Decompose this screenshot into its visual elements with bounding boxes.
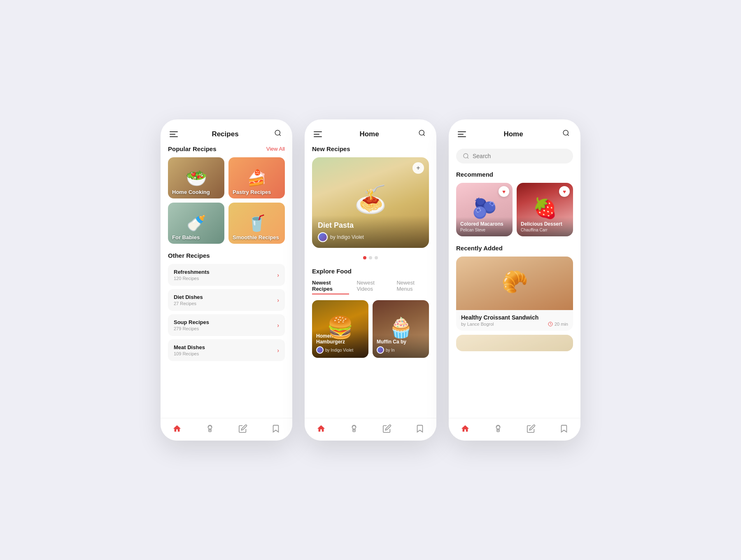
other-recipes-title: Other Recipes	[168, 252, 285, 259]
search-input[interactable]	[473, 153, 566, 159]
search-icon-btn-phone3[interactable]	[561, 128, 571, 140]
list-item-count-meat: 109 Recipes	[174, 351, 205, 356]
phone-3-home: Home Recommend ♥	[449, 119, 580, 441]
croissant-image	[456, 257, 573, 310]
phone1-title: Recipes	[212, 130, 238, 138]
list-item-name-refreshments: Refreshments	[174, 269, 210, 275]
view-all-button[interactable]: View All	[266, 146, 285, 152]
explore-card-muffin[interactable]: Muffin Ca by by In	[373, 300, 429, 358]
menu-icon-phone2[interactable]	[314, 131, 322, 137]
nav-chef-phone2[interactable]	[350, 424, 359, 433]
dessert-author: Chauffina Carr	[521, 228, 569, 232]
list-item-diet[interactable]: Diet Dishes 27 Recipes ›	[168, 289, 285, 311]
muffin-author: by In	[377, 346, 425, 354]
dessert-overlay: Delicious Dessert Chauffina Carr	[517, 217, 573, 236]
phone1-content: Popular Recipes View All Home Cooking Pa…	[161, 145, 292, 418]
explore-grid: Homemade Hamburgerz by Indigo Violet Muf…	[312, 300, 429, 358]
nav-bookmark-phone3[interactable]	[559, 424, 569, 433]
featured-overlay: Diet Pasta by Indigo Violet	[312, 215, 429, 248]
recipe-card-babies[interactable]: For Babies	[168, 203, 224, 244]
tab-newest-recipes[interactable]: Newest Recipes	[312, 280, 349, 294]
recommend-row: ♥ Colored Macarons Pelican Steve ♥ Delic…	[456, 183, 573, 236]
recommend-card-macaron[interactable]: ♥ Colored Macarons Pelican Steve	[456, 183, 513, 236]
explore-card-burger[interactable]: Homemade Hamburgerz by Indigo Violet	[312, 300, 368, 358]
new-recipes-title: New Recipes	[312, 145, 350, 152]
phone1-bottom-nav	[161, 418, 292, 441]
recipe-card-label-smoothie: Smoothie Recipes	[233, 234, 279, 240]
recently-card-second[interactable]	[456, 335, 573, 351]
add-featured-button[interactable]: +	[412, 162, 424, 174]
popular-title: Popular Recipes	[168, 145, 217, 152]
recommend-card-dessert[interactable]: ♥ Delicious Dessert Chauffina Carr	[517, 183, 573, 236]
popular-grid: Home Cooking Pastry Recipes For Babies S…	[168, 157, 285, 244]
popular-section-header: Popular Recipes View All	[168, 145, 285, 152]
phone3-bottom-nav	[449, 418, 580, 441]
phone3-content: Recommend ♥ Colored Macarons Pelican Ste…	[449, 145, 580, 418]
croissant-body: Healthy Croissant Sandwich by Lance Bogr…	[456, 310, 573, 331]
chevron-icon-meat: ›	[277, 347, 279, 354]
menu-icon-phone3[interactable]	[458, 131, 466, 137]
nav-home-phone3[interactable]	[461, 424, 470, 433]
list-item-name-soup: Soup Recipes	[174, 319, 209, 325]
nav-home-phone2[interactable]	[317, 424, 326, 433]
nav-bookmark-phone1[interactable]	[271, 424, 280, 433]
new-recipes-header: New Recipes	[312, 145, 429, 152]
nav-edit-phone3[interactable]	[527, 424, 536, 433]
list-item-name-meat: Meat Dishes	[174, 344, 205, 350]
phone-2-home: Home New Recipes + Diet Pasta by Indi	[305, 119, 436, 441]
phone3-header: Home	[449, 119, 580, 145]
recipe-card-smoothie[interactable]: Smoothie Recipes	[228, 203, 285, 244]
carousel-dots	[312, 256, 429, 259]
list-item-count-soup: 279 Recipes	[174, 326, 209, 331]
muffin-avatar	[377, 346, 384, 354]
list-item-soup[interactable]: Soup Recipes 279 Recipes ›	[168, 314, 285, 336]
search-icon-btn[interactable]	[273, 128, 283, 140]
list-item-meat[interactable]: Meat Dishes 109 Recipes ›	[168, 339, 285, 361]
chevron-icon-soup: ›	[277, 322, 279, 329]
macaron-author: Pelican Steve	[460, 228, 508, 232]
muffin-overlay: Muffin Ca by by In	[373, 335, 429, 358]
featured-recipe-card[interactable]: + Diet Pasta by Indigo Violet	[312, 157, 429, 248]
dot-3[interactable]	[375, 256, 378, 259]
nav-chef-phone1[interactable]	[205, 424, 214, 433]
phone2-content: New Recipes + Diet Pasta by Indigo Viole…	[305, 145, 436, 418]
explore-tabs: Newest Recipes Newest Videos Newest Menu…	[312, 280, 429, 294]
recipe-card-pastry[interactable]: Pastry Recipes	[228, 157, 285, 198]
phone2-bottom-nav	[305, 418, 436, 441]
burger-author: by Indigo Violet	[316, 346, 364, 354]
recipe-card-home-cooking[interactable]: Home Cooking	[168, 157, 224, 198]
search-icon-btn-phone2[interactable]	[417, 128, 427, 140]
heart-icon-dessert[interactable]: ♥	[559, 186, 570, 197]
nav-bookmark-phone2[interactable]	[415, 424, 424, 433]
burger-avatar	[316, 346, 324, 354]
dot-1[interactable]	[363, 256, 366, 259]
nav-home-phone1[interactable]	[172, 424, 182, 433]
burger-title: Homemade Hamburgerz	[316, 333, 364, 345]
list-item-refreshments[interactable]: Refreshments 120 Recipes ›	[168, 264, 285, 286]
heart-icon-macaron[interactable]: ♥	[499, 186, 509, 197]
list-item-count-diet: 27 Recipes	[174, 301, 203, 306]
clock-icon	[548, 322, 553, 327]
svg-point-9	[464, 154, 468, 158]
nav-edit-phone1[interactable]	[238, 424, 247, 433]
dot-2[interactable]	[369, 256, 372, 259]
macaron-title: Colored Macarons	[460, 221, 508, 227]
recipe-card-label-pastry: Pastry Recipes	[233, 189, 271, 195]
nav-chef-phone3[interactable]	[494, 424, 503, 433]
phone3-title: Home	[503, 130, 523, 138]
featured-title: Diet Pasta	[318, 221, 423, 230]
menu-icon[interactable]	[170, 131, 178, 137]
burger-overlay: Homemade Hamburgerz by Indigo Violet	[312, 329, 368, 358]
chevron-icon-refreshments: ›	[277, 272, 279, 278]
phone1-header: Recipes	[161, 119, 292, 145]
explore-title: Explore Food	[312, 268, 352, 275]
phone2-title: Home	[359, 130, 379, 138]
recipe-card-label-home-cooking: Home Cooking	[172, 189, 210, 195]
tab-newest-videos[interactable]: Newest Videos	[357, 280, 389, 294]
list-item-name-diet: Diet Dishes	[174, 294, 203, 300]
nav-edit-phone2[interactable]	[382, 424, 391, 433]
recipe-card-label-babies: For Babies	[172, 234, 200, 240]
search-bar[interactable]	[456, 149, 573, 163]
tab-newest-menus[interactable]: Newest Menus	[396, 280, 429, 294]
recently-card-croissant[interactable]: Healthy Croissant Sandwich by Lance Bogr…	[456, 257, 573, 331]
